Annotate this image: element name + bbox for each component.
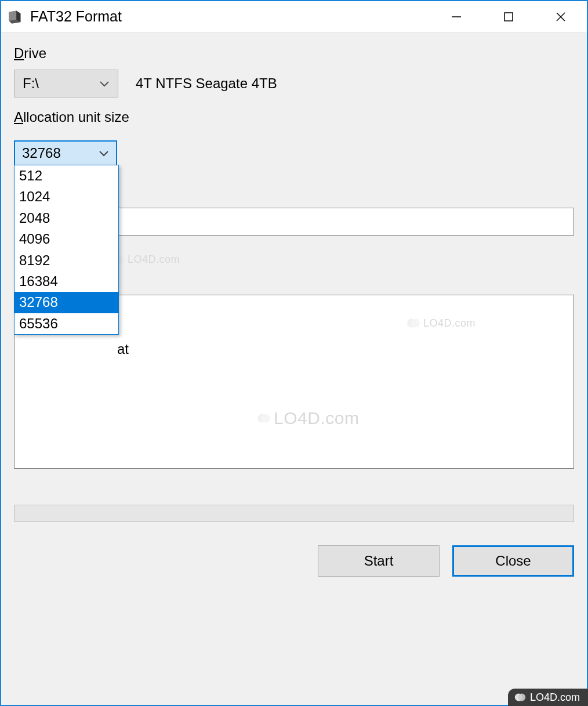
drive-label: Drive [14,45,574,61]
allocation-option[interactable]: 4096 [14,229,118,249]
maximize-button[interactable] [482,1,535,32]
app-icon [7,9,23,25]
quick-format-partial: at [117,341,129,357]
button-row: Start Close [14,545,574,577]
chevron-down-icon [99,147,109,160]
chevron-down-icon [99,78,110,90]
start-button[interactable]: Start [318,545,440,577]
titlebar-controls [430,1,587,32]
allocation-option[interactable]: 16384 [14,271,118,292]
allocation-combo[interactable]: 32768 512 1024 2048 4096 8192 16384 3276… [14,140,117,166]
titlebar: FAT32 Format [1,1,587,32]
allocation-dropdown: 512 1024 2048 4096 8192 16384 32768 6553… [14,165,119,335]
drive-combo-value: F:\ [23,75,39,92]
allocation-option[interactable]: 65536 [14,313,118,334]
allocation-option[interactable]: 8192 [14,250,118,271]
allocation-option[interactable]: 512 [14,165,118,186]
allocation-label: Allocation unit size [14,109,574,125]
svg-point-11 [518,694,525,701]
app-window: FAT32 Format Drive F:\ 4T NTFS Seagate 4… [0,0,588,706]
svg-rect-1 [504,13,513,21]
drive-row: F:\ 4T NTFS Seagate 4TB [14,70,574,97]
client-area: Drive F:\ 4T NTFS Seagate 4TB Allocation… [1,32,587,705]
drive-combo[interactable]: F:\ [14,70,118,97]
footer-watermark: LO4D.com [508,689,588,706]
minimize-button[interactable] [430,1,482,32]
drive-info: 4T NTFS Seagate 4TB [136,75,277,92]
allocation-option[interactable]: 1024 [14,186,118,207]
close-button[interactable] [535,1,587,32]
window-title: FAT32 Format [30,8,430,25]
allocation-option[interactable]: 32768 [14,292,118,313]
close-dialog-button[interactable]: Close [452,545,574,577]
allocation-combo-value: 32768 [22,145,61,161]
progress-bar [14,505,574,522]
allocation-option[interactable]: 2048 [14,208,118,229]
